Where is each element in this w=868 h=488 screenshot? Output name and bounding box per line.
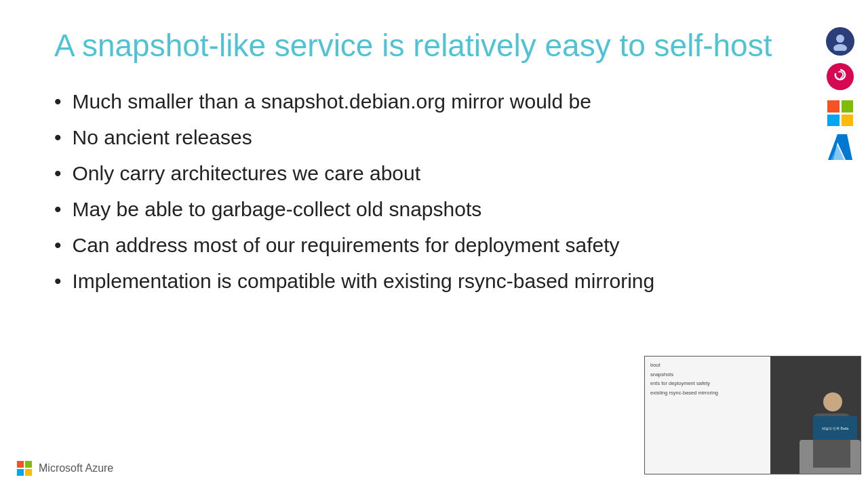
bullet-item-4: Can address most of our requirements for… bbox=[54, 230, 827, 260]
slide-container: A snapshot-like service is relatively ea… bbox=[0, 0, 868, 488]
preview-line: bout bbox=[650, 362, 765, 369]
windows-icon bbox=[827, 100, 853, 126]
slide-preview: boutsnapshotsents for deployment safetye… bbox=[645, 357, 770, 474]
avatar-icon bbox=[826, 27, 854, 56]
bullet-item-0: Much smaller than a snapshot.debian.org … bbox=[54, 86, 827, 117]
video-overlay: boutsnapshotsents for deployment safetye… bbox=[644, 356, 861, 474]
presenter-video: 배달의 민족 Bada bbox=[770, 357, 861, 474]
svg-point-1 bbox=[833, 44, 847, 51]
svg-point-0 bbox=[836, 35, 844, 43]
sidebar-icons bbox=[826, 27, 854, 161]
footer: Microsoft Azure bbox=[17, 461, 113, 476]
bullet-item-2: Only carry architectures we care about bbox=[54, 158, 827, 188]
bullet-item-5: Implementation is compatible with existi… bbox=[54, 266, 827, 296]
bullet-item-3: May be able to garbage-collect old snaps… bbox=[54, 194, 827, 224]
footer-windows-icon bbox=[17, 461, 32, 476]
bullet-item-1: No ancient releases bbox=[54, 122, 827, 152]
preview-line: ents for deployment safety bbox=[650, 380, 765, 388]
bullet-list: Much smaller than a snapshot.debian.org … bbox=[54, 86, 827, 296]
footer-label: Microsoft Azure bbox=[39, 462, 113, 474]
preview-line: existing rsync-based mirroring bbox=[650, 390, 765, 397]
preview-line: snapshots bbox=[650, 371, 765, 379]
slide-title: A snapshot-like service is relatively ea… bbox=[54, 27, 800, 64]
banner-text: 배달의 민족 Bada bbox=[822, 426, 848, 430]
azure-icon bbox=[827, 133, 853, 161]
debian-icon bbox=[826, 62, 854, 94]
